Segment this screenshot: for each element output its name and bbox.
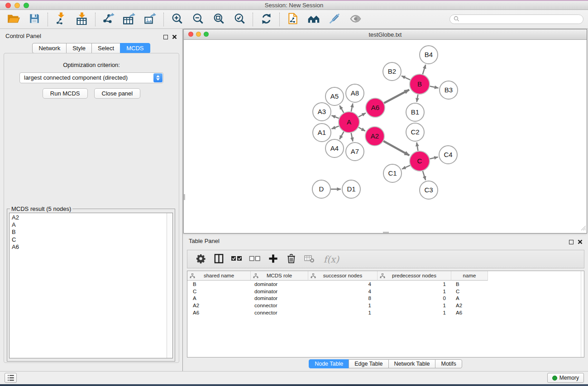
hide-labels-button[interactable] bbox=[325, 11, 344, 28]
edge-C-C4[interactable] bbox=[430, 157, 438, 159]
node-B2[interactable]: B2 bbox=[383, 62, 401, 81]
node-A5[interactable]: A5 bbox=[325, 87, 344, 105]
search-field[interactable] bbox=[449, 14, 583, 24]
edge-B-B1[interactable] bbox=[417, 95, 418, 102]
mcds-result-item[interactable]: B bbox=[12, 229, 172, 236]
tab-select[interactable]: Select bbox=[91, 43, 120, 53]
table-settings-button[interactable] bbox=[195, 253, 206, 266]
close-panel-button[interactable]: Close panel bbox=[94, 88, 141, 99]
node-A7[interactable]: A7 bbox=[346, 143, 364, 161]
toggle-column-view-button[interactable] bbox=[213, 253, 225, 266]
export-image-button[interactable] bbox=[141, 11, 159, 28]
network-overview-button[interactable] bbox=[284, 11, 302, 28]
node-D1[interactable]: D1 bbox=[342, 180, 360, 198]
node-C3[interactable]: C3 bbox=[420, 181, 438, 199]
table-row-A6[interactable]: A6connector11A6 bbox=[187, 309, 584, 316]
node-D[interactable]: D bbox=[312, 180, 330, 198]
network-window-titlebar[interactable]: testGlobe.txt bbox=[184, 29, 587, 40]
edge-A-A4[interactable] bbox=[339, 132, 344, 139]
edge-A-A6[interactable] bbox=[359, 113, 366, 117]
import-table-button[interactable] bbox=[73, 11, 91, 28]
unselect-all-columns-button[interactable] bbox=[249, 253, 261, 266]
select-all-columns-button[interactable] bbox=[231, 253, 243, 266]
float-table-panel-icon[interactable] bbox=[569, 240, 574, 244]
tab-network-table[interactable]: Network Table bbox=[388, 359, 436, 368]
node-C4[interactable]: C4 bbox=[439, 146, 457, 164]
edge-B-B4[interactable] bbox=[423, 65, 425, 74]
column-header-mcds-role[interactable]: MCDS role bbox=[251, 271, 308, 281]
zoom-out-button[interactable] bbox=[189, 11, 207, 28]
table-row-B[interactable]: Bdominator41B bbox=[187, 281, 584, 288]
mcds-result-list[interactable]: A2ABCA6 bbox=[9, 213, 173, 358]
edge-A-A2[interactable] bbox=[359, 127, 365, 131]
run-mcds-button[interactable]: Run MCDS bbox=[43, 88, 88, 99]
edge-C-C2[interactable] bbox=[417, 143, 418, 151]
node-A8[interactable]: A8 bbox=[346, 84, 364, 102]
export-network-button[interactable] bbox=[100, 11, 118, 28]
tab-motifs[interactable]: Motifs bbox=[435, 359, 462, 368]
toggle-graphics-details-button[interactable] bbox=[346, 11, 364, 28]
edge-A6-B[interactable] bbox=[384, 90, 409, 103]
memory-button[interactable]: Memory bbox=[547, 373, 584, 383]
close-panel-icon[interactable] bbox=[172, 33, 177, 41]
edge-A-A3[interactable] bbox=[331, 115, 339, 118]
mcds-result-item[interactable]: C bbox=[12, 236, 172, 243]
table-row-A[interactable]: Adominator80A bbox=[187, 295, 584, 302]
float-panel-icon[interactable] bbox=[163, 35, 168, 39]
mcds-result-item[interactable]: A6 bbox=[12, 243, 172, 251]
zoom-in-button[interactable] bbox=[168, 11, 186, 28]
tab-network[interactable]: Network bbox=[32, 43, 67, 53]
node-B4[interactable]: B4 bbox=[420, 46, 438, 64]
edge-A2-C[interactable] bbox=[383, 141, 409, 156]
node-A2[interactable]: A2 bbox=[365, 127, 384, 146]
task-history-button[interactable] bbox=[5, 373, 17, 383]
node-B1[interactable]: B1 bbox=[406, 103, 424, 121]
column-header-predecessor-nodes[interactable]: predecessor nodes bbox=[378, 271, 451, 281]
column-header-name[interactable]: name bbox=[451, 271, 488, 281]
edge-C-C3[interactable] bbox=[423, 171, 425, 180]
delete-columns-button[interactable] bbox=[285, 253, 297, 266]
node-A4[interactable]: A4 bbox=[325, 139, 344, 157]
node-C2[interactable]: C2 bbox=[406, 123, 424, 141]
network-canvas[interactable]: AA6A2BCA1A3A4A5A7A8B1B2B3B4C1C2C3C4DD1 bbox=[184, 40, 587, 233]
mcds-result-item[interactable]: A bbox=[12, 221, 172, 229]
edge-C-C1[interactable] bbox=[402, 165, 410, 169]
mcds-result-item[interactable]: A2 bbox=[12, 214, 172, 221]
mcds-result-scrollbar[interactable] bbox=[167, 213, 172, 358]
node-A[interactable]: A bbox=[339, 112, 359, 133]
node-A3[interactable]: A3 bbox=[313, 103, 331, 121]
optimization-criterion-select[interactable]: largest connected component (directed) bbox=[19, 72, 163, 83]
tab-edge-table[interactable]: Edge Table bbox=[349, 359, 388, 368]
node-B3[interactable]: B3 bbox=[440, 81, 458, 99]
column-header-shared-name[interactable]: shared name bbox=[187, 271, 251, 281]
home-layout-button[interactable] bbox=[305, 11, 323, 28]
tab-mcds[interactable]: MCDS bbox=[120, 43, 150, 53]
delete-table-button[interactable] bbox=[303, 253, 315, 266]
edge-A-A7[interactable] bbox=[351, 133, 353, 142]
table-row-A2[interactable]: A2connector11A2 bbox=[187, 302, 584, 309]
node-A1[interactable]: A1 bbox=[313, 124, 331, 142]
create-column-button[interactable] bbox=[267, 253, 279, 266]
node-A6[interactable]: A6 bbox=[366, 98, 385, 117]
column-header-successor-nodes[interactable]: successor nodes bbox=[308, 271, 378, 281]
refresh-view-button[interactable] bbox=[257, 11, 275, 28]
edge-A-A1[interactable] bbox=[331, 126, 339, 129]
search-input[interactable] bbox=[461, 16, 579, 23]
table-row-C[interactable]: Cdominator41C bbox=[187, 288, 584, 295]
zoom-selected-button[interactable] bbox=[230, 11, 249, 28]
network-graph[interactable]: AA6A2BCA1A3A4A5A7A8B1B2B3B4C1C2C3C4DD1 bbox=[184, 40, 587, 234]
function-builder-button[interactable]: f(x) bbox=[321, 253, 341, 266]
edge-A-A8[interactable] bbox=[351, 104, 353, 112]
open-session-button[interactable] bbox=[5, 11, 23, 28]
export-table-button[interactable] bbox=[120, 11, 139, 28]
tab-style[interactable]: Style bbox=[66, 43, 92, 53]
edge-A-A5[interactable] bbox=[339, 105, 344, 113]
table-scrollbar[interactable] bbox=[581, 271, 584, 357]
zoom-fit-button[interactable] bbox=[210, 11, 228, 28]
node-C1[interactable]: C1 bbox=[383, 164, 402, 182]
node-C[interactable]: C bbox=[410, 151, 430, 171]
save-session-button[interactable] bbox=[25, 11, 43, 28]
import-network-button[interactable] bbox=[52, 11, 70, 28]
edge-B-B2[interactable] bbox=[402, 76, 410, 80]
close-table-panel-icon[interactable] bbox=[578, 238, 583, 246]
